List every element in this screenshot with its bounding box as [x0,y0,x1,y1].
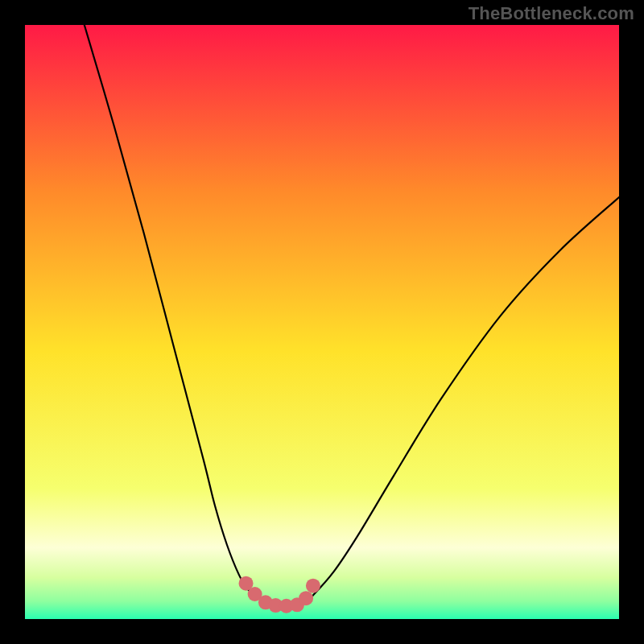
plot-area [25,25,619,619]
chart-stage: TheBottleneck.com [0,0,644,644]
marker-dot [306,579,320,593]
watermark-text: TheBottleneck.com [469,3,634,24]
gradient-bg [25,25,619,619]
marker-dot [299,591,313,605]
chart-svg [25,25,619,619]
